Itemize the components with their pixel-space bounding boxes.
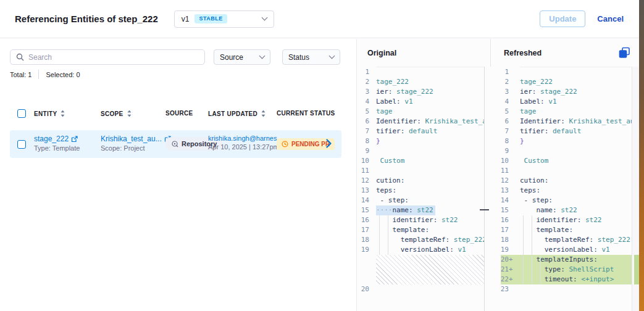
chevron-right-icon[interactable]	[326, 139, 332, 148]
scope-link[interactable]: Krishika_test_au...	[101, 135, 171, 143]
sort-icon[interactable]	[127, 110, 132, 117]
added-line-marker	[509, 245, 513, 255]
diff-sash-marker[interactable]	[480, 209, 489, 210]
code-text	[376, 67, 380, 77]
refreshed-panel-title: Refreshed	[504, 49, 542, 57]
column-header-entity[interactable]: ENTITY	[34, 110, 65, 117]
line-number: 21	[490, 265, 509, 275]
added-line-marker	[509, 117, 513, 126]
code-line: 3ier: stage_222	[358, 87, 484, 97]
added-line-marker: +	[509, 265, 513, 275]
diff-collapsed-region	[376, 255, 484, 284]
original-code-editor[interactable]: 1 2tage_2223ier: stage_2224Label: v15tag…	[358, 67, 484, 311]
source-filter-dropdown[interactable]: Source	[214, 49, 270, 65]
repository-icon	[171, 140, 178, 147]
line-number: 12	[490, 176, 509, 186]
update-button[interactable]: Update	[540, 10, 585, 27]
version-dropdown[interactable]: v1 STABLE	[174, 10, 274, 28]
code-text	[376, 284, 380, 294]
line-number: 14	[358, 196, 369, 205]
chevron-down-icon	[259, 53, 266, 59]
added-line-marker	[509, 196, 513, 205]
clock-icon	[282, 141, 288, 147]
line-number: 3	[490, 87, 509, 97]
added-line-marker	[509, 176, 513, 186]
line-number: 19	[490, 245, 509, 255]
row-checkbox[interactable]	[17, 140, 26, 149]
line-number: 3	[358, 87, 369, 97]
cancel-button[interactable]: Cancel	[597, 14, 624, 23]
search-input[interactable]: Search	[10, 49, 205, 65]
code-line: 22+ timeout: <+input>	[490, 275, 632, 284]
code-text: - step:	[376, 196, 409, 205]
code-text: ier: stage_222	[376, 87, 433, 97]
updated-by-email[interactable]: krishika.singh@harnes...	[208, 135, 283, 142]
status-filter-dropdown[interactable]: Status	[282, 49, 340, 65]
code-line: 19 versionLabel: v1	[358, 245, 484, 255]
added-line-marker	[509, 166, 513, 176]
code-line: 18 templateRef: step_222	[490, 235, 632, 245]
code-line: 3ier: stage_222	[490, 87, 632, 97]
code-line: 10 Custom	[358, 156, 484, 166]
sort-icon[interactable]	[60, 110, 65, 117]
results-summary: Total: 1 Selected: 0	[10, 70, 80, 79]
added-line-marker	[509, 77, 513, 87]
entity-link[interactable]: stage_222	[34, 135, 80, 143]
added-line-marker	[509, 235, 513, 245]
line-number: 9	[358, 146, 369, 156]
code-text: name: st22	[520, 205, 577, 215]
added-line-marker	[509, 126, 513, 136]
copy-button[interactable]	[618, 47, 630, 59]
code-text: template:	[520, 225, 573, 235]
editor-separator-line	[484, 67, 485, 311]
line-number: 15	[490, 205, 509, 215]
code-text: template:	[376, 225, 429, 235]
line-number: 13	[490, 186, 509, 196]
code-text: teps:	[376, 186, 396, 196]
added-line-marker: +	[509, 255, 513, 265]
code-line: 20	[358, 284, 484, 294]
line-number: 20	[358, 284, 369, 294]
line-number: 18	[358, 235, 369, 245]
added-line-marker	[509, 156, 513, 166]
code-line: 19 versionLabel: v1	[490, 245, 632, 255]
scope-cell: Krishika_test_au... Scope: Project	[101, 135, 171, 152]
refreshed-code-editor[interactable]: 1 2tage_2223ier: stage_2224Label: v15tag…	[490, 67, 632, 311]
column-header-last-updated[interactable]: LAST UPDATED	[208, 110, 266, 117]
search-placeholder: Search	[28, 53, 52, 62]
line-number: 11	[490, 166, 509, 176]
code-text: cution:	[520, 176, 548, 186]
indent-guide	[379, 215, 380, 255]
table-row[interactable]: stage_222 Type: Template Krishika_test_a…	[10, 130, 341, 158]
scope-sub: Scope: Project	[101, 144, 171, 152]
status-filter-label: Status	[288, 53, 309, 62]
code-line: 6Identifier: Krishika_test_aut	[490, 117, 632, 126]
added-line-marker	[509, 87, 513, 97]
code-text: templateRef: step_222	[376, 235, 484, 245]
code-line: 5tage	[490, 107, 632, 117]
column-header-scope[interactable]: SCOPE	[101, 110, 132, 117]
chevron-down-icon	[261, 15, 267, 21]
code-line: 9	[358, 146, 484, 156]
added-line-marker	[509, 107, 513, 117]
code-line: 9	[490, 146, 632, 156]
line-number: 1	[358, 67, 369, 77]
line-number: 6	[490, 117, 509, 126]
line-number: 18	[490, 235, 509, 245]
updated-at: Apr 10, 2025 | 13:27pm	[208, 143, 283, 151]
sort-icon[interactable]	[261, 110, 266, 117]
total-count: Total: 1	[10, 71, 31, 78]
code-line: 4Label: v1	[490, 97, 632, 107]
code-text: timeout: <+input>	[520, 275, 614, 284]
code-line: 12cution:	[490, 176, 632, 186]
code-line: 13teps:	[490, 186, 632, 196]
code-text: tifier: default	[376, 126, 437, 136]
line-number: 10	[490, 156, 509, 166]
line-number: 10	[358, 156, 369, 166]
code-line: 1	[490, 67, 632, 77]
line-number: 9	[490, 146, 509, 156]
code-line: 20+ templateInputs:	[490, 255, 632, 265]
code-text: ····name: st22	[376, 205, 435, 215]
select-all-checkbox[interactable]	[17, 109, 26, 118]
code-text: tage	[520, 107, 537, 117]
